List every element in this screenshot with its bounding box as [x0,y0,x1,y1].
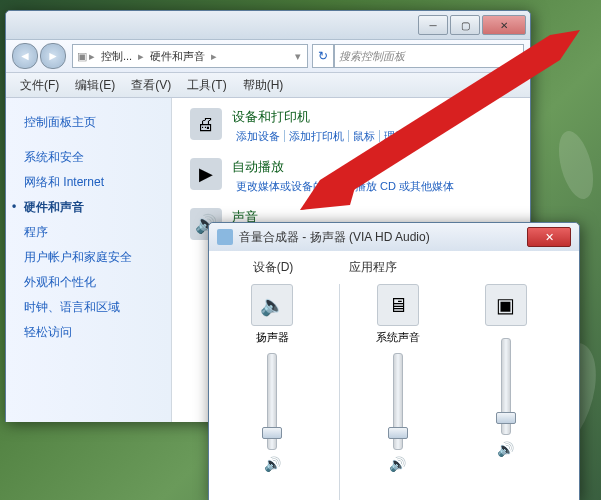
link[interactable]: 自动播放 CD 或其他媒体 [329,180,458,192]
mute-button[interactable]: 🔊 [497,441,514,457]
volume-slider[interactable] [501,338,511,435]
sidebar-item-accounts[interactable]: 用户帐户和家庭安全 [6,245,171,270]
speaker-icon [217,229,233,245]
sidebar-item-appearance[interactable]: 外观和个性化 [6,270,171,295]
menubar: 文件(F) 编辑(E) 查看(V) 工具(T) 帮助(H) [6,73,530,98]
slider-thumb[interactable] [388,427,408,439]
breadcrumb-seg[interactable]: 控制... [97,49,136,64]
sidebar-item-clock[interactable]: 时钟、语言和区域 [6,295,171,320]
menu-help[interactable]: 帮助(H) [235,77,292,94]
system-sounds-icon[interactable]: 🖥 [377,284,419,326]
address-bar[interactable]: ▣ ▸ 控制... ▸ 硬件和声音 ▸ ▾ [72,44,308,68]
category-autoplay: ▶ 自动播放 更改媒体或设备的自动播放 CD 或其他媒体 [190,158,512,194]
devices-header: 设备(D) [223,259,323,276]
slider-thumb[interactable] [496,412,516,424]
menu-edit[interactable]: 编辑(E) [67,77,123,94]
menu-view[interactable]: 查看(V) [123,77,179,94]
breadcrumb-seg[interactable]: 硬件和声音 [146,49,209,64]
menu-file[interactable]: 文件(F) [12,77,67,94]
volume-slider[interactable] [267,353,277,450]
minimize-button[interactable]: ─ [418,15,448,35]
category-title[interactable]: 自动播放 [232,158,458,176]
mixer-title: 音量合成器 - 扬声器 (VIA HD Audio) [239,229,527,246]
link[interactable]: 理器 [380,130,410,142]
mute-button[interactable]: 🔊 [264,456,281,472]
link[interactable]: 添加打印机 [285,130,349,142]
channel-app: ▣ 🔊 [457,284,555,500]
category-title[interactable]: 设备和打印机 [232,108,410,126]
nav-toolbar: ◄ ► ▣ ▸ 控制... ▸ 硬件和声音 ▸ ▾ ↻ 搜索控制面板 [6,40,530,73]
sidebar-item-hardware[interactable]: 硬件和声音 [6,195,171,220]
mute-button[interactable]: 🔊 [389,456,406,472]
mixer-titlebar: 音量合成器 - 扬声器 (VIA HD Audio) ✕ [209,223,579,251]
maximize-button[interactable]: ▢ [450,15,480,35]
autoplay-icon: ▶ [190,158,222,190]
category-devices: 🖨 设备和打印机 添加设备添加打印机鼠标理器 [190,108,512,144]
sidebar-item-programs[interactable]: 程序 [6,220,171,245]
mixer-body: 设备(D) 应用程序 🔈 扬声器 🔊 🖥 系统声音 🔊 ▣ 🔊 [209,251,579,500]
titlebar: ─ ▢ ✕ [6,11,530,40]
channel-speakers: 🔈 扬声器 🔊 [223,284,321,500]
link[interactable]: 更改媒体或设备的 [232,180,329,192]
link[interactable]: 鼠标 [349,130,380,142]
devices-icon: 🖨 [190,108,222,140]
refresh-button[interactable]: ↻ [312,44,334,68]
sidebar-item-ease[interactable]: 轻松访问 [6,320,171,345]
slider-thumb[interactable] [262,427,282,439]
volume-mixer-window: 音量合成器 - 扬声器 (VIA HD Audio) ✕ 设备(D) 应用程序 … [208,222,580,500]
back-button[interactable]: ◄ [12,43,38,69]
close-button[interactable]: ✕ [482,15,526,35]
sidebar-item-system[interactable]: 系统和安全 [6,145,171,170]
apps-header: 应用程序 [323,259,423,276]
forward-button[interactable]: ► [40,43,66,69]
app-icon[interactable]: ▣ [485,284,527,326]
sidebar-home[interactable]: 控制面板主页 [6,110,171,135]
volume-slider[interactable] [393,353,403,450]
search-input[interactable]: 搜索控制面板 [334,44,524,68]
channel-label: 扬声器 [256,330,289,345]
close-button[interactable]: ✕ [527,227,571,247]
channel-system-sounds: 🖥 系统声音 🔊 [348,284,446,500]
channel-label: 系统声音 [376,330,420,345]
sidebar: 控制面板主页 系统和安全 网络和 Internet 硬件和声音 程序 用户帐户和… [6,98,172,422]
link[interactable]: 添加设备 [232,130,285,142]
sidebar-item-network[interactable]: 网络和 Internet [6,170,171,195]
menu-tools[interactable]: 工具(T) [179,77,234,94]
speaker-device-icon[interactable]: 🔈 [251,284,293,326]
